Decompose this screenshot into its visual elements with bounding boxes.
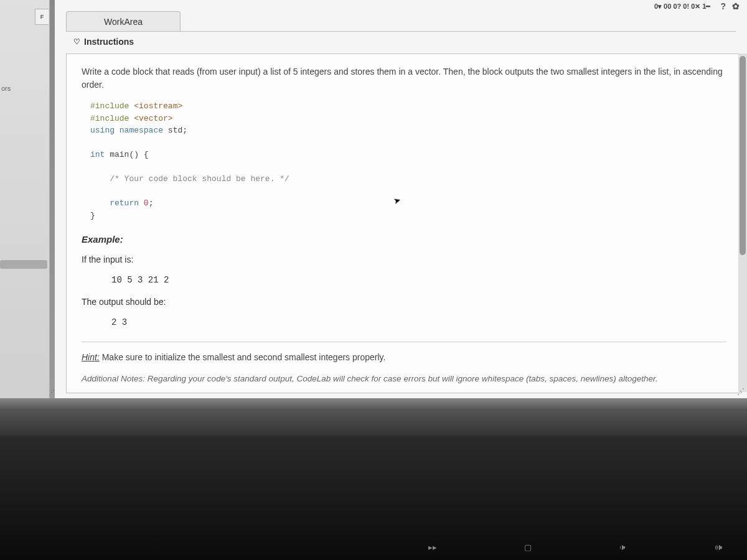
code-token: namespace [115,126,163,135]
instructions-label: Instructions [84,37,134,47]
help-icon[interactable]: ? [720,1,726,11]
sidebar-label-fragment: ors [0,85,11,92]
code-token: using [90,126,115,135]
code-token: /* Your code block should be here. */ [90,174,289,184]
scrollbar-thumb[interactable] [740,56,746,255]
code-token: 0 [139,198,149,208]
example-heading: Example: [82,233,726,247]
main-content: 0▾ 00 0? 0! 0✕ 1━ ? ✿ WorkArea ♡ Instruc… [55,0,747,398]
gear-icon[interactable]: ✿ [732,1,740,11]
resize-handle-icon: ⋰ [49,389,55,396]
code-token: #include [90,101,129,111]
example-input-value: 10 5 3 21 2 [111,274,726,287]
sidebar-collapse-tab[interactable]: F [35,9,49,25]
status-indicators: 0▾ 00 0? 0! 0✕ 1━ [654,2,711,11]
code-token: return [90,198,139,208]
code-token: #include [90,114,129,123]
screen-area: F ors ⋰ 0▾ 00 0? 0! 0✕ 1━ ? ✿ WorkArea ♡… [0,0,747,398]
example-output-label: The output should be: [82,296,726,309]
code-token: <iostream> [129,101,182,111]
corner-resize-icon[interactable]: ⋰ [737,387,745,396]
laptop-keyboard: MacBook Air ▸▸ ▢ 🕩 🕪 [0,436,747,560]
code-token: } [90,211,95,220]
code-skeleton: #include <iostream> #include <vector> us… [90,100,726,222]
pane-resize-divider[interactable]: ⋰ [50,0,55,398]
hint-label: Hint: [82,352,100,362]
instructions-header[interactable]: ♡ Instructions [66,31,736,52]
code-token: ; [149,198,154,208]
top-toolbar: 0▾ 00 0? 0! 0✕ 1━ ? ✿ [654,0,740,12]
volume-up-key[interactable]: 🕪 [714,543,722,552]
code-token: std; [163,126,187,135]
code-token: <vector> [129,114,172,123]
laptop-hinge [0,398,747,436]
tab-bar: WorkArea [66,11,181,32]
media-stop-key[interactable]: ▢ [524,543,532,552]
left-sidebar: F ors [0,0,50,398]
section-divider [82,342,726,342]
tab-workarea[interactable]: WorkArea [66,11,181,32]
hint-text: Make sure to initialize the smallest and… [100,352,386,362]
function-key-row: ▸▸ ▢ 🕩 🕪 [100,538,722,556]
volume-down-key[interactable]: 🕩 [619,543,627,552]
sidebar-scrollbar[interactable] [0,260,47,269]
instructions-panel: Write a code block that reads (from user… [66,54,742,393]
code-token: int [90,150,105,159]
media-next-key[interactable]: ▸▸ [428,543,437,552]
heart-icon: ♡ [73,37,80,46]
hint-line: Hint: Make sure to initialize the smalle… [82,351,726,364]
example-output-value: 2 3 [111,316,726,329]
example-input-label: If the input is: [82,253,726,266]
additional-notes: Additional Notes: Regarding your code's … [82,373,726,385]
problem-statement: Write a code block that reads (from user… [82,65,726,91]
code-token: main() { [105,150,148,159]
